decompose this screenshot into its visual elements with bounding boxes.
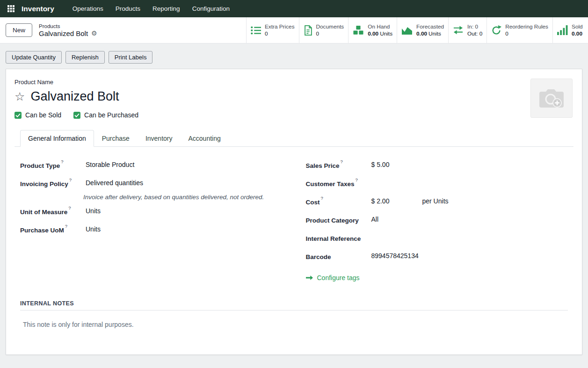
smart-button-value: 0 bbox=[265, 30, 295, 37]
can-be-purchased-checkbox[interactable]: Can be Purchased bbox=[73, 111, 138, 119]
refresh-icon bbox=[491, 25, 501, 36]
control-panel: New Products Galvanized Bolt ⚙ Extra Pri… bbox=[0, 17, 588, 43]
checked-checkbox-icon bbox=[15, 112, 22, 119]
gear-icon[interactable]: ⚙ bbox=[91, 30, 97, 36]
field-label: Purchase UoM? bbox=[20, 224, 86, 234]
print-labels-button[interactable]: Print Labels bbox=[109, 51, 153, 64]
tab-inventory[interactable]: Inventory bbox=[138, 130, 181, 147]
breadcrumb: Products Galvanized Bolt ⚙ bbox=[39, 23, 97, 37]
cubes-icon bbox=[353, 25, 364, 36]
product-name-label: Product Name bbox=[15, 79, 573, 86]
menu-operations[interactable]: Operations bbox=[66, 0, 109, 17]
tab-general-information[interactable]: General Information bbox=[20, 130, 94, 147]
help-icon[interactable]: ? bbox=[61, 159, 63, 164]
menu-products[interactable]: Products bbox=[109, 0, 146, 17]
document-icon bbox=[304, 25, 312, 36]
cost-value[interactable]: $ 2.00 bbox=[371, 197, 422, 206]
smart-button-value: 0.00Units bbox=[368, 30, 392, 37]
product-name-input[interactable]: Galvanized Bolt bbox=[30, 89, 119, 104]
checked-checkbox-icon bbox=[73, 112, 80, 119]
field-label: Invoicing Policy? bbox=[20, 178, 86, 188]
field-product-category: Product Category All bbox=[306, 215, 568, 233]
apps-menu-button[interactable] bbox=[3, 0, 19, 17]
smart-button-label: Reordering Rules bbox=[505, 23, 548, 30]
sales-price-value[interactable]: $ 5.00 bbox=[371, 160, 568, 169]
field-label: Product Category bbox=[306, 215, 371, 224]
field-label: Internal Reference bbox=[306, 233, 371, 242]
help-icon[interactable]: ? bbox=[321, 195, 323, 201]
internal-reference-value[interactable] bbox=[371, 233, 568, 242]
checkbox-label: Can be Purchased bbox=[84, 111, 138, 119]
notebook-tabs: General Information Purchase Inventory A… bbox=[15, 130, 573, 147]
help-icon[interactable]: ? bbox=[69, 177, 72, 182]
field-sales-price: Sales Price? $ 5.00 bbox=[306, 160, 568, 178]
field-label: Customer Taxes? bbox=[306, 178, 371, 188]
field-label: Cost? bbox=[306, 196, 371, 206]
exchange-arrows-icon bbox=[453, 26, 464, 35]
customer-taxes-value[interactable] bbox=[371, 178, 568, 188]
field-label: Sales Price? bbox=[306, 160, 371, 169]
breadcrumb-area: New Products Galvanized Bolt ⚙ bbox=[0, 17, 103, 43]
field-label: Unit of Measure? bbox=[20, 206, 86, 216]
help-icon[interactable]: ? bbox=[341, 159, 343, 164]
breadcrumb-products-link[interactable]: Products bbox=[39, 23, 97, 29]
smart-button-label: Extra Prices bbox=[265, 23, 295, 30]
sale-purchase-checkboxes: Can be Sold Can be Purchased bbox=[15, 111, 573, 119]
invoicing-policy-note: Invoice after delivery, based on quantit… bbox=[20, 194, 283, 201]
smart-button-reordering-rules[interactable]: Reordering Rules 0 bbox=[486, 17, 552, 43]
action-buttons-row: Update Quantity Replenish Print Labels bbox=[0, 43, 588, 64]
form-left-column: Product Type? Storable Product Invoicing… bbox=[20, 160, 283, 281]
invoicing-policy-value[interactable]: Delivered quantities bbox=[86, 178, 283, 188]
smart-button-documents[interactable]: Documents 0 bbox=[299, 17, 348, 43]
favorite-star-icon[interactable]: ☆ bbox=[15, 91, 25, 102]
breadcrumb-current: Galvanized Bolt bbox=[39, 29, 88, 37]
checkbox-label: Can be Sold bbox=[25, 111, 61, 119]
top-navbar: Inventory Operations Products Reporting … bbox=[0, 0, 588, 17]
menu-reporting[interactable]: Reporting bbox=[146, 0, 186, 17]
smart-button-sold[interactable]: Sold 0.00 bbox=[552, 17, 588, 43]
product-image-upload[interactable] bbox=[530, 79, 573, 118]
area-chart-icon bbox=[401, 26, 413, 35]
unit-of-measure-value[interactable]: Units bbox=[86, 206, 283, 216]
smart-button-label: In: 0 bbox=[467, 23, 482, 30]
main-menu: Operations Products Reporting Configurat… bbox=[66, 0, 236, 17]
list-icon bbox=[251, 26, 261, 35]
smart-button-label: Documents bbox=[316, 23, 344, 30]
can-be-sold-checkbox[interactable]: Can be Sold bbox=[15, 111, 61, 119]
bar-chart-icon bbox=[557, 25, 568, 35]
help-icon[interactable]: ? bbox=[68, 205, 71, 210]
field-customer-taxes: Customer Taxes? bbox=[306, 178, 568, 196]
smart-button-forecasted[interactable]: Forecasted 0.00Units bbox=[397, 17, 448, 43]
internal-notes-header: INTERNAL NOTES bbox=[20, 300, 568, 310]
smart-button-in-out[interactable]: In: 0 Out: 0 bbox=[448, 17, 486, 43]
purchase-uom-value[interactable]: Units bbox=[86, 224, 283, 234]
smart-button-on-hand[interactable]: On Hand 0.00Units bbox=[348, 17, 397, 43]
new-button[interactable]: New bbox=[6, 23, 32, 37]
smart-button-label: On Hand bbox=[368, 23, 392, 30]
field-label: Product Type? bbox=[20, 160, 86, 169]
cost-uom-suffix: per Units bbox=[422, 197, 449, 206]
menu-configuration[interactable]: Configuration bbox=[186, 0, 236, 17]
smart-button-value: 0 bbox=[316, 30, 344, 37]
app-name[interactable]: Inventory bbox=[19, 5, 59, 13]
internal-notes-input[interactable]: This note is only for internal purposes. bbox=[20, 321, 568, 328]
product-category-value[interactable]: All bbox=[371, 215, 568, 224]
smart-button-value: 0 bbox=[505, 30, 548, 37]
tab-accounting[interactable]: Accounting bbox=[180, 130, 228, 147]
general-information-panel: Product Type? Storable Product Invoicing… bbox=[15, 147, 573, 281]
form-right-column: Sales Price? $ 5.00 Customer Taxes? Cost… bbox=[306, 160, 568, 281]
help-icon[interactable]: ? bbox=[65, 224, 67, 229]
replenish-button[interactable]: Replenish bbox=[65, 51, 105, 64]
field-internal-reference: Internal Reference bbox=[306, 233, 568, 251]
smart-button-value: 0.00 bbox=[572, 30, 584, 37]
product-form-sheet: Product Name ☆ Galvanized Bolt Can be So… bbox=[6, 69, 582, 355]
product-type-value[interactable]: Storable Product bbox=[86, 160, 283, 169]
update-quantity-button[interactable]: Update Quantity bbox=[6, 51, 62, 64]
help-icon[interactable]: ? bbox=[356, 177, 358, 182]
barcode-value[interactable]: 8994578425134 bbox=[371, 251, 568, 260]
arrow-right-icon bbox=[306, 275, 313, 281]
tab-purchase[interactable]: Purchase bbox=[94, 130, 138, 147]
field-cost: Cost? $ 2.00 per Units bbox=[306, 196, 568, 215]
configure-tags-link[interactable]: Configure tags bbox=[306, 274, 568, 281]
smart-button-extra-prices[interactable]: Extra Prices 0 bbox=[246, 17, 299, 43]
